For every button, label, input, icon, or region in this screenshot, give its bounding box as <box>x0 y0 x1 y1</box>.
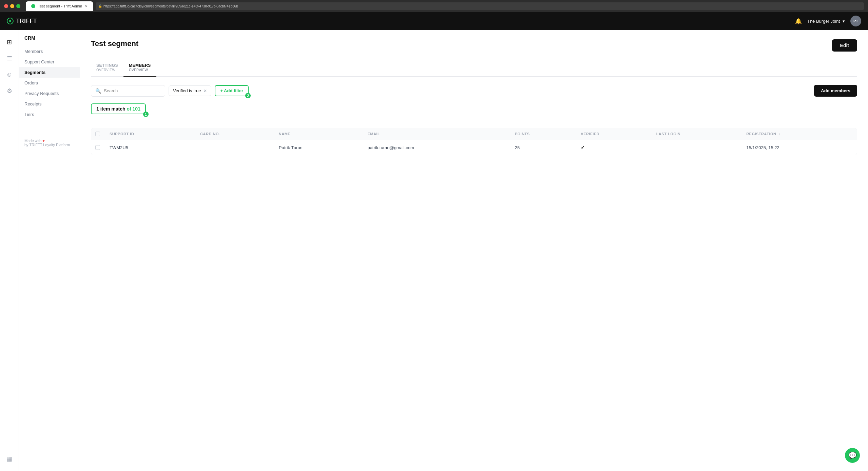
content-area: Test segment Edit SETTINGS OVERVIEW MEMB… <box>80 30 868 471</box>
col-last-login: LAST LOGIN <box>651 128 741 140</box>
maximize-window-button[interactable] <box>16 4 20 8</box>
edit-button[interactable]: Edit <box>832 39 857 52</box>
address-bar[interactable]: 🔒 https://app.trifft.io/cacitokiy/crm/se… <box>96 2 864 10</box>
bell-icon[interactable]: 🔔 <box>795 18 802 24</box>
close-window-button[interactable] <box>4 4 8 8</box>
chevron-down-icon: ▾ <box>843 19 845 24</box>
col-email: EMAIL <box>362 128 509 140</box>
col-card-no: CARD NO. <box>195 128 273 140</box>
header-right: 🔔 The Burger Joint ▾ PT <box>795 16 861 26</box>
toolbar-row: 🔍 Verified is true ✕ + Add filter 2 Add … <box>91 85 857 97</box>
footer-heart-icon: ♥ <box>42 139 45 143</box>
col-name: NAME <box>273 128 362 140</box>
footer-made-with: Made with ♥ <box>24 139 74 143</box>
row-checkbox-cell <box>91 140 104 155</box>
verified-filter-chip: Verified is true ✕ <box>169 85 211 96</box>
sidebar-icon-chart[interactable]: ▦ <box>3 452 16 466</box>
sidebar-item-orders[interactable]: Orders <box>19 78 80 88</box>
sidebar-item-privacy-requests[interactable]: Privacy Requests <box>19 88 80 99</box>
filter-count-badge: 2 <box>245 93 251 98</box>
nav-title: CRM <box>19 35 80 46</box>
nav-section: Members Support Center Segments Orders P… <box>19 46 80 120</box>
sidebar-icon-grid[interactable]: ⊞ <box>3 35 16 49</box>
tab-title: Test segment - Trifft Admin <box>38 4 82 8</box>
chat-button[interactable]: 💬 <box>845 448 860 463</box>
sidebar-icon-list[interactable]: ☰ <box>3 52 16 65</box>
sidebar-item-support-center[interactable]: Support Center <box>19 57 80 67</box>
cell-support-id: TWM2U5 <box>104 140 195 155</box>
sort-icon: ↓ <box>779 132 781 136</box>
add-filter-label: + Add filter <box>220 88 243 93</box>
browser-chrome: Test segment - Trifft Admin ✕ 🔒 https://… <box>0 0 868 12</box>
tab-close-button[interactable]: ✕ <box>85 4 88 8</box>
filter-chip-close-button[interactable]: ✕ <box>204 89 207 93</box>
table-header: SUPPORT ID CARD NO. NAME EMAIL POINTS VE… <box>91 128 857 140</box>
footer-brand: by TRIFFT Loyalty Platform <box>24 143 74 147</box>
cell-registration: 15/1/2025, 15:22 <box>741 140 857 155</box>
col-verified: VERIFIED <box>575 128 651 140</box>
cell-points: 25 <box>509 140 576 155</box>
search-input[interactable] <box>104 88 161 93</box>
cell-last-login <box>651 140 741 155</box>
window-controls[interactable] <box>4 4 20 8</box>
tab-settings[interactable]: SETTINGS OVERVIEW <box>91 60 123 77</box>
cell-verified: ✓ <box>575 140 651 155</box>
sidebar-icons: ⊞ ☰ ☺ ⚙ ▦ <box>0 30 19 471</box>
logo-icon <box>7 18 14 24</box>
members-table: SUPPORT ID CARD NO. NAME EMAIL POINTS VE… <box>91 128 857 155</box>
tab-members[interactable]: MEMBERS OVERVIEW <box>123 60 156 77</box>
table-row: TWM2U5 Patrik Turan patrik.turan@gmail.c… <box>91 140 857 155</box>
company-name: The Burger Joint <box>807 19 840 24</box>
add-members-button[interactable]: Add members <box>814 85 857 97</box>
tab-favicon <box>31 4 35 8</box>
results-count-wrapper: 1 item match of 101 1 <box>91 103 857 121</box>
logo-text: TRIFFT <box>16 18 37 24</box>
page-header: Test segment Edit <box>91 39 857 52</box>
sidebar-icon-smile[interactable]: ☺ <box>3 68 16 81</box>
sidebar-item-segments[interactable]: Segments <box>19 67 80 78</box>
nav-footer: Made with ♥ by TRIFFT Loyalty Platform <box>19 133 80 152</box>
cell-name: Patrik Turan <box>273 140 362 155</box>
col-points: POINTS <box>509 128 576 140</box>
count-corner-badge: 1 <box>143 112 149 117</box>
main-layout: ⊞ ☰ ☺ ⚙ ▦ CRM Members Support Center Seg… <box>0 30 868 471</box>
chat-icon: 💬 <box>848 451 857 459</box>
avatar[interactable]: PT <box>850 16 861 26</box>
search-wrapper: 🔍 <box>91 85 165 97</box>
col-registration[interactable]: REGISTRATION ↓ <box>741 128 857 140</box>
verified-checkmark: ✓ <box>581 145 585 150</box>
nav-panel: CRM Members Support Center Segments Orde… <box>19 30 80 471</box>
sidebar-item-tiers[interactable]: Tiers <box>19 109 80 120</box>
page-title: Test segment <box>91 39 138 48</box>
cell-email: patrik.turan@gmail.com <box>362 140 509 155</box>
tabs: SETTINGS OVERVIEW MEMBERS OVERVIEW <box>91 60 857 77</box>
app-header: TRIFFT 🔔 The Burger Joint ▾ PT <box>0 12 868 30</box>
lock-icon: 🔒 <box>98 4 102 8</box>
row-checkbox[interactable] <box>95 145 100 150</box>
browser-tab[interactable]: Test segment - Trifft Admin ✕ <box>26 1 93 11</box>
filter-area: 🔍 Verified is true ✕ + Add filter 2 <box>91 85 249 97</box>
add-filter-button[interactable]: + Add filter 2 <box>215 85 249 96</box>
minimize-window-button[interactable] <box>10 4 14 8</box>
table: SUPPORT ID CARD NO. NAME EMAIL POINTS VE… <box>91 128 857 155</box>
cell-card-no <box>195 140 273 155</box>
logo: TRIFFT <box>7 18 37 24</box>
select-all-header <box>91 128 104 140</box>
table-body: TWM2U5 Patrik Turan patrik.turan@gmail.c… <box>91 140 857 155</box>
select-all-checkbox[interactable] <box>95 132 100 136</box>
sidebar-icon-gear[interactable]: ⚙ <box>3 84 16 98</box>
url-text: https://app.trifft.io/cacitokiy/crm/segm… <box>103 4 238 8</box>
sidebar-item-receipts[interactable]: Receipts <box>19 99 80 109</box>
total-text: of 101 <box>127 106 140 112</box>
col-support-id: SUPPORT ID <box>104 128 195 140</box>
logo-dot <box>9 20 11 22</box>
count-text: 1 item match <box>96 106 126 112</box>
sidebar-item-members[interactable]: Members <box>19 46 80 57</box>
filter-chip-label: Verified is true <box>173 88 201 93</box>
count-badge: 1 item match of 101 1 <box>91 103 146 114</box>
search-icon: 🔍 <box>95 88 101 94</box>
company-selector[interactable]: The Burger Joint ▾ <box>807 19 845 24</box>
